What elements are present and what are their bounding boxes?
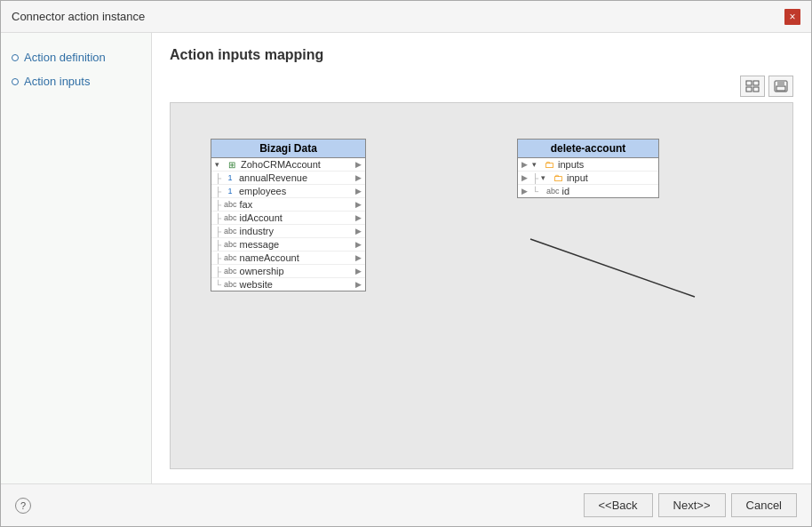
nav-buttons: <<Back Next>> Cancel (584, 493, 797, 517)
bizagi-table-header: Bizagi Data (211, 140, 365, 158)
save-icon (774, 80, 788, 92)
port-arrow: ▶ (355, 200, 362, 209)
abc-icon: abc (546, 187, 560, 196)
table-row: ├ abc ownership ▶ (211, 265, 365, 278)
sidebar-item-label: Action definition (24, 51, 106, 64)
dot-icon (12, 54, 19, 61)
help-button[interactable]: ? (15, 498, 31, 514)
abc-icon: abc (224, 267, 237, 275)
back-button[interactable]: <<Back (584, 493, 653, 517)
port-arrow: ▶ (355, 267, 362, 275)
tree-line: ├ (532, 173, 541, 183)
table-row: ▶ ├ ▾ 🗀 input (518, 172, 658, 185)
row-label: fax (240, 199, 253, 210)
port-arrow: ▶ (355, 227, 362, 236)
svg-rect-5 (777, 81, 784, 85)
abc-icon: abc (224, 240, 237, 249)
tree-line: └ (215, 280, 224, 290)
row-label: inputs (558, 159, 584, 170)
table-row: ├ abc industry ▶ (211, 225, 365, 238)
abc-icon: abc (224, 200, 237, 209)
abc-icon: abc (224, 280, 237, 289)
row-label: website (240, 279, 273, 290)
next-button[interactable]: Next>> (658, 493, 726, 517)
port-arrow: ▶ (355, 240, 362, 249)
row-label: idAccount (240, 212, 283, 223)
connector-action-dialog: Connector action instance × Action defin… (0, 0, 812, 527)
table-row: ├ abc idAccount ▶ (211, 212, 365, 225)
tree-line: ├ (215, 267, 224, 276)
svg-rect-6 (776, 86, 785, 91)
sidebar-item-action-inputs[interactable]: Action inputs (12, 75, 140, 88)
tree-line: ├ (215, 200, 224, 210)
delete-table-header: delete-account (518, 140, 658, 158)
mapping-canvas: Bizagi Data ▾ ⊞ ZohoCRMAccount ▶ (171, 103, 792, 468)
svg-rect-1 (753, 81, 759, 85)
num-icon: 1 (224, 173, 236, 182)
table-row: ▶ └ abc id (518, 185, 658, 197)
title-bar: Connector action instance × (1, 1, 811, 33)
table-icon: ⊞ (226, 160, 238, 170)
bizagi-data-table: Bizagi Data ▾ ⊞ ZohoCRMAccount ▶ (211, 139, 366, 291)
toolbar-grid-button[interactable] (740, 76, 765, 97)
expand-icon: ▾ (532, 160, 541, 169)
table-row: ├ 1 employees ▶ (211, 185, 365, 198)
table-row: ▾ ⊞ ZohoCRMAccount ▶ (211, 158, 365, 172)
left-port: ▶ (521, 160, 530, 169)
abc-icon: abc (224, 253, 237, 262)
tree-line: ├ (215, 240, 224, 250)
port-arrow: ▶ (355, 187, 362, 196)
abc-icon: abc (224, 227, 237, 236)
expand-icon: ▾ (215, 160, 224, 169)
svg-rect-0 (746, 81, 752, 85)
tree-line: ├ (215, 187, 224, 196)
sidebar-item-action-definition[interactable]: Action definition (12, 51, 140, 64)
sidebar-item-label: Action inputs (24, 75, 90, 88)
svg-rect-2 (746, 87, 752, 92)
dialog-title: Connector action instance (12, 10, 145, 23)
svg-rect-3 (753, 87, 759, 92)
left-port: ▶ (521, 187, 530, 196)
dialog-body: Action definition Action inputs Action i… (1, 33, 811, 483)
tree-line: ├ (215, 253, 224, 263)
left-port: ▶ (521, 173, 530, 182)
table-row: ├ abc nameAccount ▶ (211, 252, 365, 265)
table-row: ├ abc message ▶ (211, 238, 365, 252)
row-label: industry (240, 226, 275, 236)
tree-line: ├ (215, 213, 224, 223)
dot-icon (12, 78, 19, 85)
abc-icon: abc (224, 213, 237, 222)
row-label: employees (239, 186, 286, 196)
toolbar-save-button[interactable] (768, 76, 793, 97)
bizagi-table-rows: ▾ ⊞ ZohoCRMAccount ▶ ├ 1 annualRevenue ▶ (211, 158, 365, 291)
row-label: ownership (240, 266, 284, 276)
close-button[interactable]: × (784, 9, 800, 25)
table-row: ├ abc fax ▶ (211, 198, 365, 212)
table-row: ├ 1 annualRevenue ▶ (211, 172, 365, 185)
sidebar: Action definition Action inputs (1, 33, 152, 483)
row-label: annualRevenue (239, 172, 307, 183)
port-arrow: ▶ (355, 160, 362, 169)
row-label: nameAccount (240, 252, 299, 263)
grid-icon (745, 80, 760, 92)
port-arrow: ▶ (355, 173, 362, 182)
row-label: message (240, 239, 280, 250)
folder-icon: 🗀 (543, 159, 555, 170)
delete-table-rows: ▶ ▾ 🗀 inputs ▶ ├ ▾ 🗀 inp (518, 158, 658, 197)
tree-line: ├ (215, 173, 224, 183)
port-arrow: ▶ (355, 280, 362, 289)
row-label: ZohoCRMAccount (241, 159, 321, 170)
row-label: id (562, 186, 570, 196)
table-row: ▶ ▾ 🗀 inputs (518, 158, 658, 172)
tree-line: └ (532, 187, 546, 196)
toolbar (170, 76, 793, 97)
expand-icon: ▾ (541, 173, 550, 182)
mapping-area: Bizagi Data ▾ ⊞ ZohoCRMAccount ▶ (170, 102, 793, 469)
folder-icon: 🗀 (552, 172, 564, 183)
svg-line-7 (530, 239, 695, 297)
num-icon: 1 (224, 187, 236, 196)
cancel-button[interactable]: Cancel (731, 493, 797, 517)
port-arrow: ▶ (355, 213, 362, 222)
delete-account-table: delete-account ▶ ▾ 🗀 inputs ▶ (517, 139, 659, 198)
tree-line: ├ (215, 227, 224, 236)
